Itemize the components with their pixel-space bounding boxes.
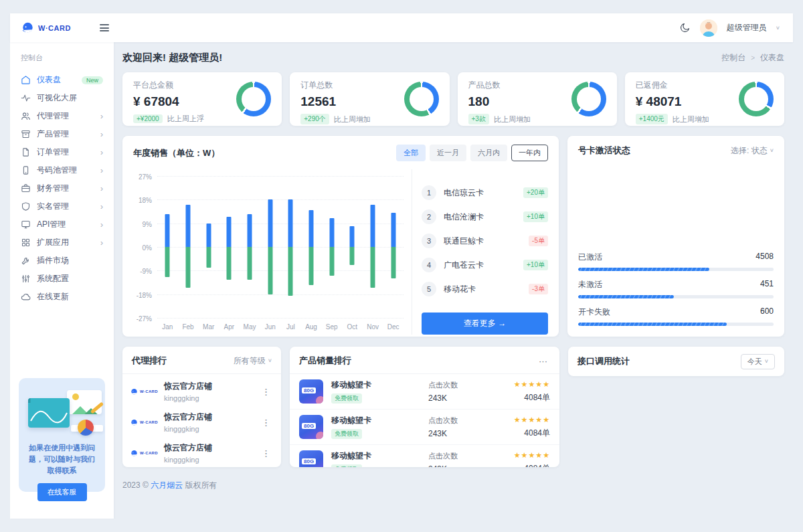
stat-card-total-products: 产品总数 180 +3款 比上周增加 — [458, 72, 617, 126]
kebab-menu-icon[interactable]: ⋮ — [259, 387, 273, 397]
rank-delta-badge: -5单 — [529, 236, 548, 246]
new-badge: New — [82, 76, 103, 84]
breadcrumb-console[interactable]: 控制台 — [721, 52, 745, 64]
rank-name: 广电苍云卡 — [444, 260, 523, 271]
sidebar-item-dashboard[interactable]: 仪表盘 New — [18, 71, 106, 89]
rank-name: 移动花卡 — [444, 284, 529, 295]
agent-name: 惊云官方店铺 — [164, 442, 259, 454]
rank-delta-badge: -3单 — [529, 284, 548, 294]
stat-note: 比上周增加 — [494, 114, 531, 124]
sidebar-item-label: API管理 — [37, 219, 94, 230]
agent-panel-title: 代理排行 — [132, 355, 167, 367]
agent-row: W·CARD 惊云官方店铺 kingggking ⋮ — [122, 436, 281, 466]
sidebar-item-products[interactable]: 产品管理 › — [18, 125, 106, 143]
product-name: 移动鲸望卡 — [331, 415, 428, 426]
support-illustration — [25, 389, 103, 437]
filter-all-button[interactable]: 全部 — [396, 145, 426, 161]
sidebar-item-bigscreen[interactable]: 可视化大屏 — [18, 89, 106, 107]
date-range-button[interactable]: 今天 ˅ — [741, 354, 775, 369]
sidebar-item-orders[interactable]: 订单管理 › — [18, 143, 106, 161]
bar-series — [157, 176, 404, 318]
sidebar-item-label: 代理管理 — [37, 110, 94, 122]
product-row: 80G 移动鲸望卡 免费领取 点击次数 243K ★★★★★ 4084单 — [290, 374, 559, 410]
activity-icon — [21, 93, 31, 103]
kebab-menu-icon[interactable]: ⋮ — [259, 418, 273, 428]
rank-item: 5 移动花卡 -3单 — [422, 282, 548, 296]
user-menu-caret-icon[interactable]: ˅ — [776, 25, 780, 31]
product-thumbnail: 80G — [299, 415, 323, 439]
stat-delta-badge: +1400元 — [636, 114, 668, 124]
progress-track — [578, 295, 774, 298]
sidebar-item-label: 号码池管理 — [37, 165, 94, 176]
order-count: 4084单 — [486, 392, 550, 404]
shield-icon — [21, 201, 31, 211]
rank-item: 1 电信琼云卡 +20单 — [422, 185, 548, 200]
filter-last-month-button[interactable]: 近一月 — [430, 145, 466, 161]
divider — [412, 169, 412, 335]
chevron-right-icon: › — [100, 148, 103, 157]
box-icon — [21, 129, 31, 139]
clicks-value: 243K — [428, 393, 486, 403]
clicks-label: 点击次数 — [428, 416, 486, 426]
rank-number: 4 — [422, 258, 436, 272]
card-rank-list: 1 电信琼云卡 +20单 2 电信沧澜卡 +10单 3 联通巨鲸卡 -5单 — [422, 167, 548, 335]
home-icon — [21, 75, 31, 85]
top-bar: W·CARD 超级管理员 ˅ — [10, 13, 793, 42]
view-more-button[interactable]: 查看更多 → — [422, 313, 548, 335]
star-rating: ★★★★★ — [486, 451, 550, 460]
sales-filters: 全部 近一月 六月内 一年内 — [396, 145, 548, 161]
product-panel-title: 产品销量排行 — [299, 355, 351, 367]
sidebar-item-label: 扩展应用 — [37, 237, 94, 248]
filter-one-year-button[interactable]: 一年内 — [511, 145, 548, 161]
cloud-icon — [21, 292, 31, 302]
filter-six-months-button[interactable]: 六月内 — [470, 145, 507, 161]
sidebar-item-plugins[interactable]: 插件市场 — [18, 252, 106, 270]
footer: 2023 © 六月烟云 版权所有 — [122, 480, 784, 491]
support-card: 如果在使用中遇到问题，可以随时与我们取得联系 在线客服 — [19, 378, 105, 492]
support-text: 如果在使用中遇到问题，可以随时与我们取得联系 — [25, 442, 98, 476]
sidebar: 控制台 仪表盘 New 可视化大屏 代理管理 › 产品管理 › 订单管理 › 号… — [10, 42, 114, 519]
caret-down-icon: ˅ — [268, 357, 272, 364]
rank-number: 3 — [422, 234, 436, 248]
sidebar-item-settings[interactable]: 系统配置 — [18, 270, 106, 288]
rank-item: 4 广电苍云卡 +10单 — [422, 258, 548, 272]
monitor-icon — [21, 219, 31, 230]
agent-level-select[interactable]: 所有等级 ˅ — [234, 355, 272, 367]
sales-panel-title: 年度销售（单位：W） — [133, 147, 219, 159]
activation-panel-title: 号卡激活状态 — [578, 145, 630, 157]
dark-mode-toggle-icon[interactable] — [679, 22, 691, 33]
sidebar-item-finance[interactable]: 财务管理 › — [18, 179, 106, 197]
card-activation-panel: 号卡激活状态 选择: 状态 ˅ 已激活 4508 未激活 — [567, 136, 784, 337]
sidebar-item-agents[interactable]: 代理管理 › — [18, 107, 106, 125]
stat-delta-badge: +3款 — [468, 114, 489, 124]
sidebar-item-api[interactable]: API管理 › — [18, 215, 106, 234]
sidebar-item-extensions[interactable]: 扩展应用 › — [18, 234, 106, 252]
hamburger-menu-icon[interactable] — [100, 23, 109, 33]
donut-chart — [404, 82, 439, 116]
sidebar-item-update[interactable]: 在线更新 — [18, 288, 106, 306]
sidebar-item-numberpool[interactable]: 号码池管理 › — [18, 161, 106, 179]
brand-name: W·CARD — [38, 24, 71, 32]
stat-card-commission: 已返佣金 ¥ 48071 +1400元 比上周增加 — [625, 72, 784, 126]
footer-brand-link[interactable]: 六月烟云 — [151, 480, 183, 490]
sidebar-item-realname[interactable]: 实名管理 › — [18, 197, 106, 215]
online-support-button[interactable]: 在线客服 — [37, 483, 87, 501]
rank-name: 电信琼云卡 — [444, 187, 523, 199]
whale-icon — [21, 21, 34, 34]
stat-cards-row: 平台总金额 ¥ 67804 +¥2000 比上周上浮 订单总数 12561 +2… — [122, 72, 784, 126]
product-tag: 免费领取 — [331, 429, 362, 439]
ellipsis-menu-icon[interactable]: ··· — [536, 356, 550, 366]
user-name[interactable]: 超级管理员 — [727, 22, 767, 33]
stat-note: 比上周增加 — [673, 114, 709, 124]
product-row: 80G 移动鲸望卡 免费领取 点击次数 243K ★★★★★ 4084单 — [290, 445, 559, 467]
agent-name: 惊云官方店铺 — [164, 381, 259, 392]
sidebar-item-label: 产品管理 — [37, 128, 94, 140]
kebab-menu-icon[interactable]: ⋮ — [259, 448, 273, 458]
annual-sales-panel: 年度销售（单位：W） 全部 近一月 六月内 一年内 27% 18% 9% 0% … — [122, 136, 559, 337]
activation-value: 451 — [760, 279, 774, 290]
user-avatar[interactable] — [700, 19, 717, 37]
status-select[interactable]: 选择: 状态 ˅ — [731, 145, 774, 157]
activation-value: 600 — [760, 306, 774, 318]
chevron-right-icon: › — [100, 238, 103, 248]
breadcrumb-dashboard[interactable]: 仪表盘 — [760, 52, 784, 64]
